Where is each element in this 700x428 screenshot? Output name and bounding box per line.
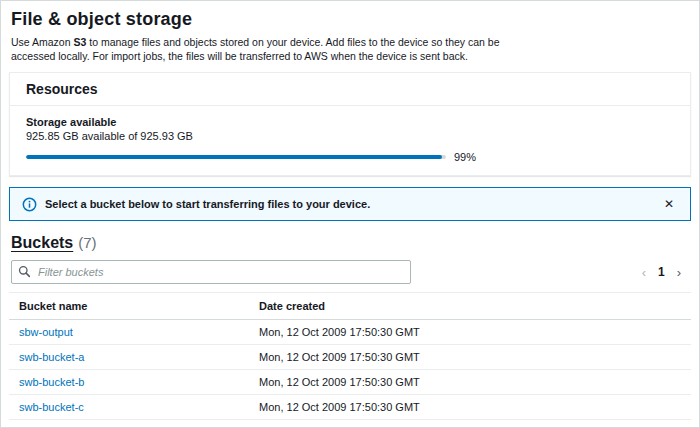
table-row: sbw-output Mon, 12 Oct 2009 17:50:30 GMT — [9, 320, 691, 345]
bucket-link[interactable]: swb-bucket-a — [19, 351, 84, 363]
buckets-count: (7) — [78, 234, 96, 251]
page-description-s3: S3 — [73, 36, 86, 48]
resources-body: Storage available 925.85 GB available of… — [10, 106, 690, 175]
column-header-bucket-name[interactable]: Bucket name — [9, 293, 249, 320]
storage-progress-fill — [26, 155, 442, 159]
buckets-toolbar: ‹ 1 › — [11, 260, 689, 284]
table-row: swb-bucket-c Mon, 12 Oct 2009 17:50:30 G… — [9, 395, 691, 420]
info-banner-message: Select a bucket below to start transferr… — [45, 198, 652, 210]
pagination-prev-icon[interactable]: ‹ — [640, 266, 648, 279]
pagination-next-icon[interactable]: › — [675, 266, 683, 279]
bucket-date: Mon, 12 Oct 2009 17:50:30 GMT — [249, 320, 691, 345]
bucket-date: Mon, 12 Oct 2009 17:50:30 GMT — [249, 345, 691, 370]
file-object-storage-page: File & object storage Use Amazon S3 to m… — [0, 0, 700, 428]
storage-progress-track — [26, 155, 446, 159]
storage-available-label: Storage available — [26, 116, 674, 128]
table-row: swb-bucket-d Mon, 12 Oct 2009 17:50:30 G… — [9, 420, 691, 428]
buckets-heading: Buckets (7) — [11, 234, 689, 252]
close-icon[interactable]: ✕ — [660, 196, 678, 212]
bucket-link[interactable]: swb-bucket-c — [19, 401, 84, 413]
table-row: swb-bucket-b Mon, 12 Oct 2009 17:50:30 G… — [9, 370, 691, 395]
storage-available-value: 925.85 GB available of 925.93 GB — [26, 130, 674, 142]
storage-progress: 99% — [26, 151, 674, 163]
info-icon — [22, 197, 37, 212]
resources-panel: Resources Storage available 925.85 GB av… — [9, 72, 691, 176]
page-description-part1: Use Amazon — [11, 36, 73, 48]
buckets-title: Buckets — [11, 234, 73, 252]
bucket-date: Mon, 12 Oct 2009 17:50:30 GMT — [249, 420, 691, 428]
table-header-row: Bucket name Date created — [9, 293, 691, 320]
bucket-link[interactable]: sbw-output — [19, 326, 73, 338]
bucket-link[interactable]: swb-bucket-b — [19, 376, 84, 388]
pagination: ‹ 1 › — [640, 265, 689, 279]
filter-buckets-input[interactable] — [11, 260, 411, 284]
resources-header: Resources — [10, 73, 690, 106]
buckets-table: Bucket name Date created sbw-output Mon,… — [9, 292, 691, 428]
bucket-date: Mon, 12 Oct 2009 17:50:30 GMT — [249, 395, 691, 420]
bucket-date: Mon, 12 Oct 2009 17:50:30 GMT — [249, 370, 691, 395]
storage-progress-percent: 99% — [454, 151, 476, 163]
info-banner: Select a bucket below to start transferr… — [9, 187, 691, 221]
page-description: Use Amazon S3 to manage files and object… — [11, 35, 541, 63]
table-row: swb-bucket-a Mon, 12 Oct 2009 17:50:30 G… — [9, 345, 691, 370]
search-icon — [18, 265, 31, 280]
pagination-current-page[interactable]: 1 — [658, 265, 665, 279]
filter-field — [11, 260, 411, 284]
page-title: File & object storage — [11, 9, 691, 30]
column-header-date-created[interactable]: Date created — [249, 293, 691, 320]
